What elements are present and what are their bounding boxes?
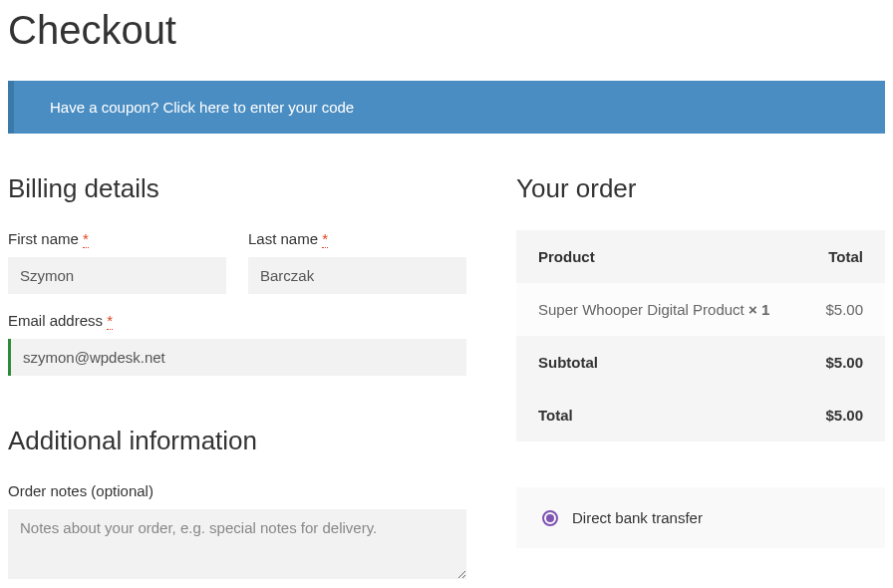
order-heading: Your order [516, 173, 885, 204]
additional-heading: Additional information [8, 426, 466, 456]
total-label: Total [516, 389, 801, 441]
coupon-prompt: Have a coupon? [50, 99, 158, 116]
email-label: Email address * [8, 312, 466, 329]
subtotal-label: Subtotal [516, 336, 801, 389]
first-name-label-text: First name [8, 230, 79, 247]
product-name: Super Whooper Digital Product [538, 301, 744, 318]
first-name-label: First name * [8, 230, 226, 247]
col-product: Product [516, 230, 801, 283]
required-mark-icon: * [107, 312, 113, 330]
payment-label: Direct bank transfer [572, 509, 703, 526]
total-value: $5.00 [801, 389, 885, 441]
billing-heading: Billing details [8, 173, 466, 204]
order-notes-input[interactable] [8, 509, 466, 579]
required-mark-icon: * [322, 230, 328, 248]
coupon-link[interactable]: Click here to enter your code [162, 99, 354, 116]
required-mark-icon: * [83, 230, 89, 248]
payment-option-direct-bank[interactable]: Direct bank transfer [542, 509, 859, 526]
email-label-text: Email address [8, 312, 103, 329]
page-title: Checkout [8, 8, 885, 53]
last-name-label-text: Last name [248, 230, 318, 247]
product-total: $5.00 [801, 283, 885, 336]
product-qty: × 1 [748, 301, 769, 318]
col-total: Total [801, 230, 885, 283]
radio-icon[interactable] [542, 510, 558, 526]
last-name-label: Last name * [248, 230, 466, 247]
coupon-banner[interactable]: Have a coupon? Click here to enter your … [8, 81, 885, 134]
subtotal-value: $5.00 [801, 336, 885, 389]
first-name-input[interactable] [8, 257, 226, 294]
table-row: Super Whooper Digital Product × 1 $5.00 [516, 283, 885, 336]
last-name-input[interactable] [248, 257, 466, 294]
email-input[interactable] [8, 339, 466, 376]
payment-section: Direct bank transfer [516, 487, 885, 548]
order-table: Product Total Super Whooper Digital Prod… [516, 230, 885, 441]
order-notes-label: Order notes (optional) [8, 482, 466, 499]
